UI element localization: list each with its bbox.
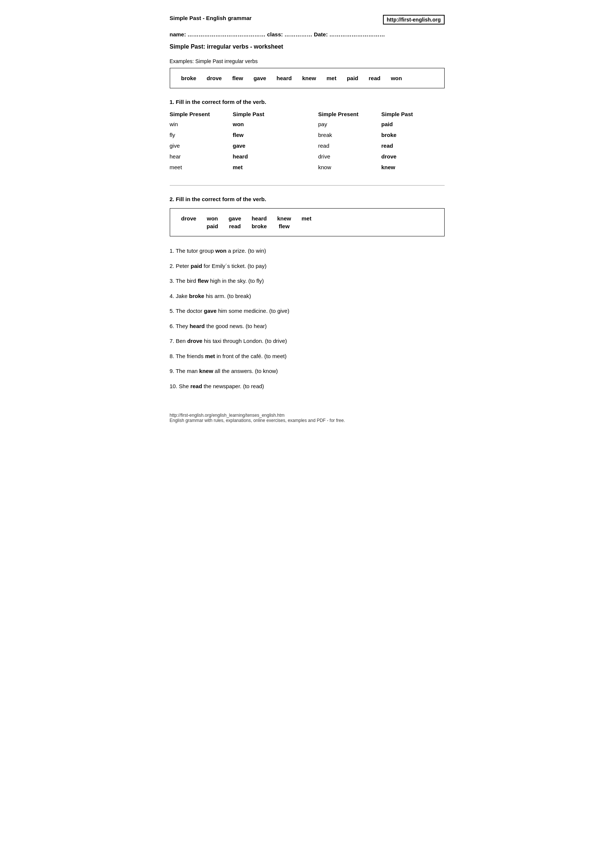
col2-past-header: Simple Past	[381, 111, 430, 117]
sentence-after: the newspaper. (to read)	[202, 383, 264, 389]
sentence-after: his arm. (to break)	[204, 293, 251, 299]
sentence-before: The doctor	[176, 308, 204, 314]
sentence-number: 4.	[170, 293, 174, 299]
sentence-bold: heard	[190, 323, 205, 329]
section2-word-box: drovewonpaidgavereadheardbrokeknewflewme…	[170, 208, 445, 236]
sentence-item: 9. The man knew all the answers. (to kno…	[170, 367, 445, 375]
verb-col2-rows: paypaidbreakbrokereadreaddrivedroveknowk…	[318, 121, 445, 170]
verb-past: met	[233, 164, 243, 170]
sentence-before: The tutor group	[176, 248, 215, 254]
col2-header: Simple Present Simple Past	[318, 111, 445, 117]
verb-present: know	[318, 164, 367, 170]
verb-row: flyflew	[170, 132, 296, 138]
example-word: read	[369, 75, 381, 81]
sentence-bold: flew	[197, 277, 208, 284]
sentence-bold: won	[215, 248, 227, 254]
sentence-item: 3. The bird flew high in the sky. (to fl…	[170, 277, 445, 285]
sentence-after: his taxi through London. (to drive)	[202, 338, 287, 344]
sentence-number: 5.	[170, 308, 174, 314]
col1-present-header: Simple Present	[170, 111, 218, 117]
sentence-number: 6.	[170, 323, 174, 329]
sentence-number: 10.	[170, 383, 177, 389]
sentence-before: They	[176, 323, 190, 329]
sentence-bold: met	[205, 353, 215, 359]
word-item: heard	[252, 215, 267, 222]
example-word: knew	[302, 75, 316, 81]
verb-past: broke	[381, 132, 397, 138]
sentence-item: 4. Jake broke his arm. (to break)	[170, 292, 445, 301]
verb-present: break	[318, 132, 367, 138]
word-group: drove	[181, 215, 196, 229]
verb-row: givegave	[170, 143, 296, 149]
word-item: paid	[207, 223, 218, 229]
verb-col1-rows: winwonflyflewgivegavehearheardmeetmet	[170, 121, 296, 170]
example-word: broke	[181, 75, 196, 81]
divider	[170, 185, 445, 186]
verb-past: drove	[381, 153, 397, 160]
word-item: knew	[277, 215, 291, 222]
verb-table: Simple Present Simple Past winwonflyflew…	[170, 111, 445, 175]
worksheet-title: Simple Past: irregular verbs - worksheet	[170, 43, 445, 50]
verb-col-2: Simple Present Simple Past paypaidbreakb…	[318, 111, 445, 175]
word-item: flew	[278, 223, 289, 229]
sentence-item: 5. The doctor gave him some medicine. (t…	[170, 307, 445, 315]
word-item: met	[302, 215, 312, 222]
verb-present: fly	[170, 132, 218, 138]
verb-past: heard	[233, 153, 248, 160]
sentence-item: 10. She read the newspaper. (to read)	[170, 382, 445, 391]
example-word: won	[391, 75, 402, 81]
sentence-after: in front of the café. (to meet)	[215, 353, 287, 359]
verb-present: drive	[318, 153, 367, 160]
sentence-item: 7. Ben drove his taxi through London. (t…	[170, 337, 445, 346]
word-item: broke	[252, 223, 267, 229]
col1-header: Simple Present Simple Past	[170, 111, 296, 117]
sentence-number: 8.	[170, 353, 174, 359]
verb-row: winwon	[170, 121, 296, 127]
sentence-before: Jake	[176, 293, 189, 299]
sentence-item: 6. They heard the good news. (to hear)	[170, 322, 445, 331]
verb-row: readread	[318, 143, 445, 149]
verb-present: meet	[170, 164, 218, 170]
word-group: knewflew	[277, 215, 291, 229]
verb-row: breakbroke	[318, 132, 445, 138]
example-word: gave	[253, 75, 266, 81]
verb-present: pay	[318, 121, 367, 127]
examples-words: brokedroveflewgaveheardknewmetpaidreadwo…	[181, 75, 433, 81]
examples-word-box: brokedroveflewgaveheardknewmetpaidreadwo…	[170, 68, 445, 88]
section2-words: drovewonpaidgavereadheardbrokeknewflewme…	[181, 215, 433, 229]
word-group: wonpaid	[207, 215, 218, 229]
sentence-number: 1.	[170, 248, 174, 254]
sentence-bold: gave	[204, 308, 216, 314]
footer-description: English grammar with rules, explanations…	[170, 418, 445, 423]
verb-past: read	[381, 143, 393, 149]
word-group: heardbroke	[252, 215, 267, 229]
verb-row: paypaid	[318, 121, 445, 127]
sentence-number: 7.	[170, 338, 174, 344]
example-word: heard	[277, 75, 292, 81]
section2-heading: 2. Fill in the correct form of the verb.	[170, 196, 445, 202]
verb-past: flew	[233, 132, 244, 138]
sentence-bold: read	[190, 383, 202, 389]
col2-present-header: Simple Present	[318, 111, 367, 117]
footer: http://first-english.org/english_learnin…	[170, 413, 445, 423]
word-group: gaveread	[229, 215, 241, 229]
page-header: Simple Past - English grammar http://fir…	[170, 15, 445, 25]
sentence-item: 1. The tutor group won a prize. (to win)	[170, 247, 445, 255]
verb-past: won	[233, 121, 244, 127]
verb-present: win	[170, 121, 218, 127]
sentence-after: high in the sky. (to fly)	[208, 277, 264, 284]
verb-past: gave	[233, 143, 246, 149]
sentence-before: The bird	[176, 277, 197, 284]
sentence-number: 2.	[170, 263, 174, 269]
sentence-after: all the answers. (to know)	[213, 368, 278, 374]
page-title: Simple Past - English grammar	[170, 15, 252, 21]
example-word: paid	[347, 75, 358, 81]
sentence-before: She	[179, 383, 191, 389]
word-item: gave	[229, 215, 241, 222]
sentence-after: a prize. (to win)	[227, 248, 266, 254]
sentence-item: 2. Peter paid for Emily´s ticket. (to pa…	[170, 262, 445, 271]
sentence-bold: drove	[187, 338, 202, 344]
verb-row: meetmet	[170, 164, 296, 170]
word-item: read	[229, 223, 241, 229]
sentence-after: for Emily´s ticket. (to pay)	[202, 263, 266, 269]
